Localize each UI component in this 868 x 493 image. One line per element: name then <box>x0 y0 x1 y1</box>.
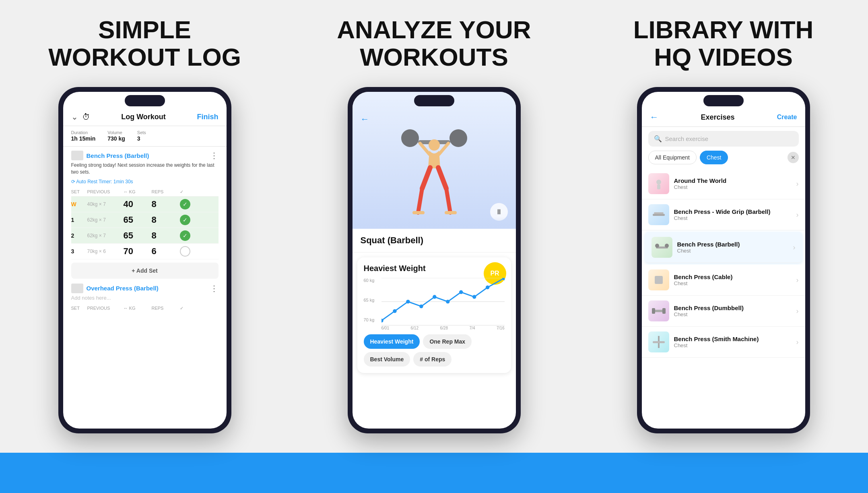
chevron-right-6: › <box>796 338 799 346</box>
svg-point-12 <box>446 300 449 304</box>
ex-name-6: Bench Press (Smith Machine) <box>674 336 796 342</box>
col2-check: ✓ <box>180 306 192 311</box>
header-left: ⌄ ⏱ <box>71 112 90 122</box>
panel-library: LIBRARY WITH HQ VIDEOS ← Exercises Creat… <box>579 0 868 493</box>
exercise-2-name[interactable]: Overhead Press (Barbell) <box>87 285 159 292</box>
col-reps: REPS <box>152 189 180 195</box>
svg-point-23 <box>665 244 669 248</box>
btn-heaviest-weight[interactable]: Heaviest Weight <box>364 334 420 349</box>
list-item-bench-cable[interactable]: Bench Press (Cable) Chest › <box>642 265 805 296</box>
set-3-label: 3 <box>71 248 87 255</box>
search-bar[interactable]: 🔍 Search exercise <box>648 131 799 147</box>
ex-thumb-2 <box>648 204 669 225</box>
set-w-check[interactable]: ✓ <box>180 199 190 209</box>
ex-name-2: Bench Press - Wide Grip (Barbell) <box>674 208 796 215</box>
finish-button[interactable]: Finish <box>197 113 219 121</box>
phone-2: ← <box>348 87 521 433</box>
chart-metric-buttons: Heaviest Weight One Rep Max Best Volume … <box>364 334 505 367</box>
search-icon: 🔍 <box>654 135 662 143</box>
chevron-right-4: › <box>796 276 799 284</box>
svg-rect-27 <box>662 308 666 314</box>
set-row-2: 2 62kg × 7 65 8 ✓ <box>71 228 219 244</box>
svg-rect-26 <box>652 308 655 314</box>
col2-set: SET <box>71 306 87 311</box>
svg-rect-24 <box>655 276 663 284</box>
ex-info-2: Bench Press - Wide Grip (Barbell) Chest <box>674 208 796 221</box>
set-1-label: 1 <box>71 217 87 223</box>
panel2-title: ANALYZE YOUR WORKOUTS <box>337 16 531 71</box>
phone-1: ⌄ ⏱ Log Workout Finish Duration 1h 15min… <box>58 87 231 433</box>
visual-shadow <box>353 217 516 229</box>
filter-chest[interactable]: Chest <box>700 151 728 164</box>
btn-reps[interactable]: # of Reps <box>413 352 452 367</box>
y-label-65: 65 kg <box>364 298 381 302</box>
ex-cat-1: Chest <box>674 184 796 190</box>
ex-cat-4: Chest <box>674 280 796 286</box>
rest-timer[interactable]: ⟳ Auto Rest Timer: 1min 30s <box>71 179 219 184</box>
exercise-1-section: Bench Press (Barbell) ⋮ Feeling strong t… <box>63 147 227 429</box>
exercise-2-icon <box>71 284 83 293</box>
y-label-60: 60 kg <box>364 278 381 283</box>
library-back-button[interactable]: ← <box>650 112 659 122</box>
filter-all-equipment[interactable]: All Equipment <box>648 151 697 164</box>
x-label-716: 7/16 <box>497 326 504 330</box>
set-2-reps[interactable]: 8 <box>152 230 180 241</box>
set-w-label: W <box>71 201 87 207</box>
set-3-kg[interactable]: 70 <box>124 246 152 257</box>
set-3-reps[interactable]: 6 <box>152 246 180 257</box>
panel2-blue-bg <box>289 453 579 493</box>
set-1-kg[interactable]: 65 <box>124 215 152 225</box>
ex-info-5: Bench Press (Dumbbell) Chest <box>674 304 796 317</box>
list-item-bench-wide[interactable]: Bench Press - Wide Grip (Barbell) Chest … <box>642 199 805 230</box>
set-2-kg[interactable]: 65 <box>124 230 152 241</box>
set-3-check[interactable] <box>180 246 190 257</box>
filter-close-button[interactable]: ✕ <box>788 152 799 163</box>
col-set: SET <box>71 189 87 195</box>
sets-value: 3 <box>137 135 140 142</box>
analyze-exercise-name: Squat (Barbell) <box>353 229 516 253</box>
x-label-628: 6/28 <box>440 326 448 330</box>
exercise-1-menu[interactable]: ⋮ <box>210 151 219 160</box>
chart-svg <box>381 278 505 325</box>
set-table-header-2: SET PREVIOUS ↔ KG REPS ✓ <box>71 304 219 313</box>
set-row-w: W 40kg × 7 40 8 ✓ <box>71 197 219 212</box>
set-2-check[interactable]: ✓ <box>180 230 190 241</box>
phone-screen-1: ⌄ ⏱ Log Workout Finish Duration 1h 15min… <box>63 92 227 429</box>
workout-stats: Duration 1h 15min Volume 730 kg Sets 3 <box>63 126 227 147</box>
add-set-button[interactable]: + Add Set <box>71 263 219 279</box>
set-row-3: 3 70kg × 6 70 6 <box>71 244 219 259</box>
library-create-button[interactable]: Create <box>777 114 797 121</box>
ex-thumb-6 <box>648 331 669 352</box>
x-label-612: 6/12 <box>411 326 419 330</box>
set-1-prev: 62kg × 7 <box>87 217 124 223</box>
exercise-1-name[interactable]: Bench Press (Barbell) <box>87 152 149 159</box>
volume-label: Volume <box>107 130 125 135</box>
btn-best-volume[interactable]: Best Volume <box>364 352 410 367</box>
set-row-1: 1 62kg × 7 65 8 ✓ <box>71 212 219 228</box>
svg-point-9 <box>406 300 410 304</box>
list-item-around-the-world[interactable]: Around The World Chest › <box>642 168 805 199</box>
panel-workout-log: SIMPLE WORKOUT LOG ⌄ ⏱ Log Workout Finis… <box>0 0 289 493</box>
ex-name-3: Bench Press (Barbell) <box>677 241 793 248</box>
pr-label: PR <box>490 270 499 277</box>
list-item-bench-dumbbell[interactable]: Bench Press (Dumbbell) Chest › <box>642 296 805 327</box>
phone-screen-3: ← Exercises Create 🔍 Search exercise All… <box>642 92 805 429</box>
phone-frame-1: ⌄ ⏱ Log Workout Finish Duration 1h 15min… <box>58 87 231 433</box>
exercise-2-menu[interactable]: ⋮ <box>210 284 219 293</box>
set-1-check[interactable]: ✓ <box>180 215 190 225</box>
set-w-reps[interactable]: 8 <box>152 199 180 209</box>
set-w-kg[interactable]: 40 <box>124 199 152 209</box>
svg-point-17 <box>656 180 661 184</box>
chart-title: Heaviest Weight <box>364 264 505 273</box>
btn-one-rep-max[interactable]: One Rep Max <box>423 334 472 349</box>
add-notes-field[interactable]: Add notes here... <box>71 295 219 301</box>
list-item-bench-smith[interactable]: Bench Press (Smith Machine) Chest › <box>642 327 805 358</box>
duration-label: Duration <box>71 130 96 135</box>
list-item-bench-barbell[interactable]: Bench Press (Barbell) Chest › <box>645 232 802 263</box>
ex-thumb-3 <box>652 237 672 258</box>
set-1-reps[interactable]: 8 <box>152 215 180 225</box>
exercise-1-note: Feeling strong today! Next session incre… <box>71 162 219 176</box>
chevron-down-icon[interactable]: ⌄ <box>71 112 78 122</box>
analyze-back-button[interactable]: ← <box>361 114 369 124</box>
x-label-601: 6/01 <box>381 326 389 330</box>
